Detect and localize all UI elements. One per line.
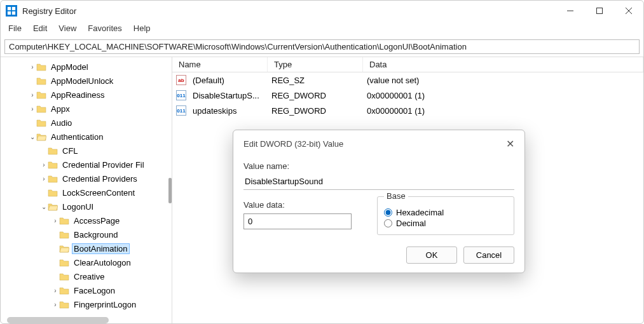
close-button[interactable] (614, 1, 643, 21)
cell-type: REG_DWORD (268, 106, 363, 116)
svg-rect-2 (8, 11, 11, 15)
tree-item-label: Creative (72, 272, 106, 281)
value-data-label: Value data: (243, 200, 358, 210)
tree-item-label: FingerprintLogon (72, 300, 138, 309)
radio-decimal-label: Decimal (396, 219, 426, 228)
tree-item-label: CFL (60, 146, 80, 156)
tree-pane[interactable]: ›AppModelAppModelUnlock›AppReadiness›App… (1, 57, 172, 323)
folder-icon (36, 90, 46, 99)
tree-twisty-icon[interactable]: › (51, 301, 59, 308)
list-header: Name Type Data (172, 57, 643, 72)
menu-favorites[interactable]: Favorites (88, 24, 121, 33)
folder-icon (36, 132, 46, 141)
tree-twisty-icon[interactable]: › (51, 287, 59, 294)
tree-item[interactable]: ›FingerprintLogon (1, 297, 172, 311)
tree-item[interactable]: AppModelUnlock (1, 74, 172, 88)
tree-item[interactable]: ›FaceLogon (1, 283, 172, 297)
cell-name: updateskips (189, 106, 268, 116)
tree-item[interactable]: ›Appx (1, 102, 172, 116)
tree-twisty-icon[interactable]: › (40, 175, 48, 182)
tree-twisty-icon[interactable]: › (29, 105, 36, 112)
tree-item[interactable]: ›Credential Providers (1, 172, 172, 186)
column-header-data[interactable]: Data (363, 57, 643, 72)
tree-twisty-icon[interactable]: ⌄ (29, 133, 36, 140)
folder-icon (59, 230, 69, 239)
tree-item[interactable]: ›Credential Provider Fil (1, 158, 172, 172)
horizontal-scrollbar[interactable] (7, 317, 109, 323)
menu-file[interactable]: File (8, 24, 22, 33)
tree-item-label: ClearAutologon (72, 258, 133, 267)
svg-rect-0 (8, 7, 11, 10)
window-title: Registry Editor (22, 6, 76, 16)
column-header-name[interactable]: Name (172, 57, 268, 72)
folder-icon (36, 104, 46, 113)
radio-hexadecimal[interactable] (384, 208, 392, 217)
tree-item-label: Audio (49, 118, 74, 128)
tree-item-label: AppModel (49, 62, 90, 72)
tree-item[interactable]: Audio (1, 116, 172, 130)
tree-twisty-icon[interactable]: ⌄ (40, 203, 48, 210)
ok-button[interactable]: OK (406, 246, 457, 264)
cell-type: REG_SZ (268, 76, 363, 85)
folder-icon (48, 160, 58, 169)
tree-item-label: AppModelUnlock (49, 76, 115, 86)
value-data-field[interactable] (243, 213, 352, 229)
tree-twisty-icon[interactable]: › (40, 161, 48, 168)
tree-item-label: AccessPage (72, 216, 121, 226)
radio-hexadecimal-label: Hexadecimal (396, 208, 444, 217)
dialog-title: Edit DWORD (32-bit) Value (243, 139, 506, 149)
tree-item[interactable]: ›AppReadiness (1, 88, 172, 102)
minimize-button[interactable] (556, 1, 585, 21)
cancel-button[interactable]: Cancel (463, 246, 514, 264)
radio-decimal[interactable] (384, 219, 392, 227)
tree-twisty-icon[interactable]: › (29, 64, 36, 71)
cell-data: 0x00000001 (1) (363, 91, 428, 100)
cell-data: (value not set) (363, 76, 423, 85)
list-row[interactable]: ab(Default)REG_SZ(value not set) (172, 72, 643, 88)
edit-dword-dialog: Edit DWORD (32-bit) Value ✕ Value name: … (233, 130, 525, 273)
tree-item[interactable]: Background (1, 227, 172, 241)
tree-item-label: BootAnimation (72, 243, 130, 254)
tree-twisty-icon[interactable]: › (29, 91, 36, 98)
menu-help[interactable]: Help (134, 24, 151, 33)
tree-item[interactable]: BootAnimation (1, 241, 172, 255)
list-row[interactable]: 011DisableStartupS...REG_DWORD0x00000001… (172, 88, 643, 103)
column-header-type[interactable]: Type (268, 57, 363, 72)
addressbar (1, 37, 643, 57)
folder-icon (59, 258, 69, 267)
value-type-icon: 011 (176, 105, 186, 116)
tree-item[interactable]: ›AccessPage (1, 213, 172, 227)
folder-icon (36, 118, 46, 127)
folder-icon (59, 300, 69, 309)
menu-edit[interactable]: Edit (33, 24, 47, 33)
folder-icon (59, 272, 69, 281)
folder-icon (59, 244, 69, 253)
value-name-label: Value name: (243, 161, 514, 171)
folder-icon (59, 216, 69, 225)
folder-icon (48, 174, 58, 183)
menu-view[interactable]: View (58, 24, 76, 33)
tree-item-label: Authentication (49, 132, 105, 142)
tree-twisty-icon[interactable]: › (51, 217, 59, 224)
titlebar: Registry Editor (1, 1, 643, 21)
folder-icon (36, 62, 46, 71)
folder-icon (59, 286, 69, 295)
tree-item[interactable]: Creative (1, 269, 172, 283)
tree-item[interactable]: CFL (1, 144, 172, 158)
cell-data: 0x00000001 (1) (363, 106, 428, 116)
tree-item[interactable]: ⌄LogonUI (1, 199, 172, 213)
tree-item-label: Appx (49, 104, 72, 114)
dialog-close-icon[interactable]: ✕ (506, 138, 514, 150)
maximize-button[interactable] (585, 1, 614, 21)
tree-item[interactable]: ClearAutologon (1, 255, 172, 269)
tree-item[interactable]: LockScreenContent (1, 186, 172, 199)
list-row[interactable]: 011updateskipsREG_DWORD0x00000001 (1) (172, 103, 643, 118)
value-name-field[interactable] (243, 173, 514, 190)
tree-item-label: Credential Provider Fil (60, 160, 146, 170)
tree-item-label: Background (72, 230, 120, 240)
svg-rect-3 (12, 11, 15, 15)
splitter-handle[interactable] (168, 178, 172, 203)
tree-item[interactable]: ›AppModel (1, 60, 172, 74)
address-input[interactable] (4, 39, 640, 54)
tree-item[interactable]: ⌄Authentication (1, 130, 172, 144)
